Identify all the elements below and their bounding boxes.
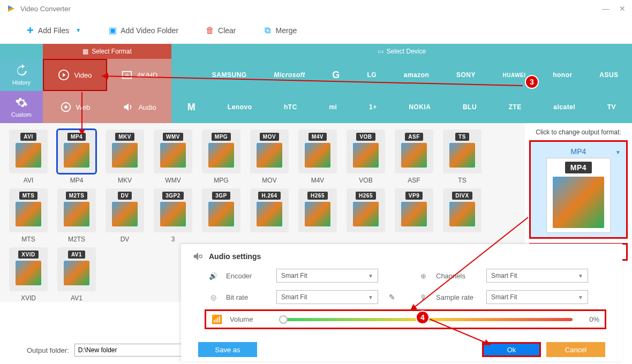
brand-google[interactable]: G (332, 70, 340, 81)
brand-sony[interactable]: SONY (456, 71, 476, 79)
svg-point-8 (199, 255, 202, 258)
format-h265[interactable]: H265 (344, 188, 388, 243)
thumb-art (353, 143, 379, 168)
bitrate-edit-icon[interactable]: ✎ (389, 293, 395, 301)
brand-nokia[interactable]: NOKIA (409, 103, 431, 111)
brand-honor[interactable]: honor (553, 71, 573, 79)
side-tab-custom[interactable]: Custom (0, 91, 43, 123)
channels-icon: ⊕ (418, 270, 428, 281)
arrow-head-down (79, 130, 85, 135)
brand-oneplus[interactable]: 1+ (369, 103, 377, 111)
brand-xiaomi[interactable]: mi (329, 103, 337, 111)
format-badge: MKV (115, 133, 134, 141)
add-video-folder-button[interactable]: ▣ Add Video Folder (108, 26, 178, 35)
format-vp9[interactable]: VP9 (392, 188, 436, 243)
format-wmv[interactable]: WMVWMV (151, 130, 195, 184)
add-folder-label: Add Video Folder (121, 26, 178, 35)
brand-htc[interactable]: hTC (284, 103, 297, 111)
ok-button[interactable]: Ok (482, 342, 541, 357)
format-badge: VOB (356, 133, 375, 141)
merge-button[interactable]: ⧉ Merge (263, 26, 297, 35)
brand-blu[interactable]: BLU (463, 103, 477, 111)
thumb-art (305, 143, 330, 168)
format-av1[interactable]: AV1AV1 (55, 247, 99, 302)
window-title: Video Converter (20, 5, 602, 13)
format-thumb: AVI (9, 130, 48, 173)
output-format-box[interactable]: MP4 ▼ MP4 (529, 140, 628, 239)
window-close-button[interactable]: ✕ (619, 4, 626, 13)
format-badge: AV1 (68, 251, 85, 259)
brand-huawei[interactable]: HUAWEI (503, 72, 526, 78)
thumb-art (64, 202, 89, 226)
brand-lenovo[interactable]: Lenovo (228, 103, 252, 111)
volume-handle[interactable] (279, 315, 288, 324)
channels-select[interactable]: Smart Fit▼ (486, 269, 588, 283)
samplerate-select[interactable]: Smart Fit▼ (486, 290, 588, 304)
encoder-select[interactable]: Smart Fit▼ (276, 269, 378, 283)
window-minimize-button[interactable]: — (602, 4, 610, 13)
output-format-caret-icon[interactable]: ▼ (615, 149, 621, 155)
chrome-icon (60, 101, 72, 113)
brand-zte[interactable]: ZTE (509, 103, 522, 111)
format-m4v[interactable]: M4VM4V (296, 130, 340, 184)
format-mkv[interactable]: MKVMKV (103, 130, 147, 184)
format-mov[interactable]: MOVMOV (247, 130, 291, 184)
audio-footer: Save as Ok Cancel (181, 342, 622, 357)
format-mts[interactable]: MTSMTS (6, 188, 50, 243)
brand-asus[interactable]: ASUS (599, 71, 618, 79)
format-3gp2[interactable]: 3GP23 (151, 188, 195, 243)
format-ts[interactable]: TSTS (440, 130, 484, 184)
format-label: DV (121, 236, 130, 243)
format-divx[interactable]: DIVX (440, 188, 484, 243)
format-xvid[interactable]: XVIDXVID (6, 247, 50, 302)
brand-tv[interactable]: TV (607, 103, 616, 111)
add-files-button[interactable]: + Add Files ▼ (27, 24, 81, 37)
format-mpg[interactable]: MPGMPG (199, 130, 243, 184)
format-label: MKV (118, 177, 132, 184)
brand-amazon[interactable]: amazon (404, 71, 430, 79)
output-folder-input[interactable] (74, 344, 182, 357)
brand-lg[interactable]: LG (367, 71, 377, 79)
category-4k-hd[interactable]: 4k 4K/HD (107, 59, 171, 91)
format-label: VOB (359, 177, 372, 184)
dropdown-caret-icon[interactable]: ▼ (76, 27, 81, 33)
format-thumb: ASF (395, 130, 433, 173)
format-avi[interactable]: AVIAVI (6, 130, 50, 184)
brand-samsung[interactable]: SAMSUNG (212, 71, 247, 79)
bitrate-select[interactable]: Smart Fit▼ (276, 290, 378, 304)
volume-label: Volume (230, 315, 273, 323)
save-as-button[interactable]: Save as (198, 342, 257, 357)
brand-alcatel[interactable]: alcatel (553, 103, 575, 111)
format-label: MPG (214, 177, 228, 184)
format-mp4[interactable]: MP4MP4 (55, 130, 99, 184)
format-asf[interactable]: ASFASF (392, 130, 436, 184)
category-audio[interactable]: Audio (107, 91, 171, 123)
format-vob[interactable]: VOBVOB (344, 130, 388, 184)
format-h.264[interactable]: H.264 (247, 188, 291, 243)
format-dv[interactable]: DVDV (103, 188, 147, 243)
brand-motorola[interactable]: M (187, 102, 196, 113)
tab-select-format[interactable]: ▦ Select Format (43, 44, 171, 59)
format-h265[interactable]: H265 (296, 188, 340, 243)
format-m2ts[interactable]: M2TSM2TS (55, 188, 99, 243)
category-video[interactable]: Video (43, 59, 107, 91)
format-device-tabs: ▦ Select Format ▭ Select Device (0, 44, 632, 59)
brand-microsoft[interactable]: Microsoft (274, 71, 305, 79)
category-web[interactable]: Web (43, 91, 107, 123)
format-badge: XVID (18, 251, 38, 259)
tab-select-device[interactable]: ▭ Select Device (171, 44, 632, 59)
cancel-button[interactable]: Cancel (546, 342, 605, 357)
format-3gp[interactable]: 3GP (199, 188, 243, 243)
format-label: 3 (171, 236, 175, 243)
custom-label: Custom (11, 111, 32, 118)
category-grid: Video 4k 4K/HD Web Audio (43, 59, 171, 123)
main-toolbar: + Add Files ▼ ▣ Add Video Folder 🗑 Clear… (0, 17, 632, 44)
thumb-art (305, 202, 330, 226)
side-tab-history[interactable]: History (0, 59, 43, 91)
bitrate-value: Smart Fit (281, 293, 307, 301)
thumb-art (257, 143, 282, 168)
format-badge: VP9 (405, 192, 423, 200)
clear-button[interactable]: 🗑 Clear (205, 26, 236, 35)
output-format-thumb: MP4 (546, 158, 611, 233)
arrow-video-to-mp4 (81, 92, 82, 131)
